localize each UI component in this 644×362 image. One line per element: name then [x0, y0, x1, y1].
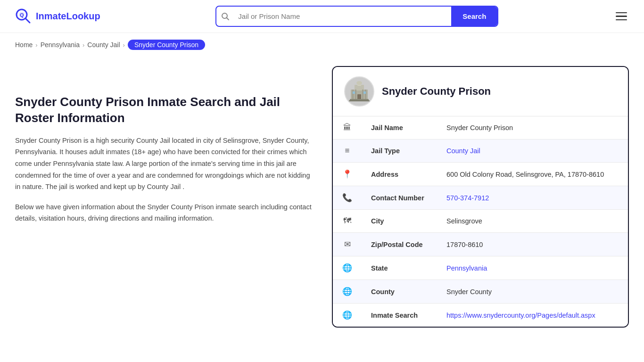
- table-value-4: Selinsgrove: [437, 210, 628, 233]
- table-row: ✉Zip/Postal Code17870-8610: [333, 233, 628, 256]
- chevron-icon-2: ›: [83, 41, 84, 49]
- breadcrumb-category[interactable]: County Jail: [87, 41, 120, 49]
- table-label-0: Jail Name: [362, 116, 437, 140]
- table-link-1[interactable]: County Jail: [446, 147, 480, 155]
- svg-text:Q: Q: [20, 12, 24, 18]
- svg-rect-17: [349, 100, 370, 101]
- table-label-3: Contact Number: [362, 186, 437, 210]
- page-title: Snyder County Prison Inmate Search and J…: [15, 94, 317, 126]
- menu-line-1: [616, 12, 627, 14]
- svg-rect-11: [365, 90, 366, 100]
- table-value-1[interactable]: County Jail: [437, 140, 628, 163]
- table-label-8: Inmate Search: [362, 304, 437, 327]
- type-icon: ≡: [333, 140, 362, 163]
- svg-rect-10: [355, 90, 356, 100]
- card-header: Snyder County Prison: [333, 67, 628, 116]
- search-globe-icon: 🌐: [333, 304, 362, 327]
- table-row: ≡Jail TypeCounty Jail: [333, 140, 628, 163]
- globe-icon: 🌐: [333, 256, 362, 280]
- address-icon: 📍: [333, 163, 362, 186]
- table-label-6: State: [362, 256, 437, 280]
- table-label-2: Address: [362, 163, 437, 186]
- table-value-8[interactable]: https://www.snydercounty.org/Pages/defau…: [437, 304, 628, 327]
- table-value-7: Snyder County: [437, 280, 628, 304]
- table-row: 🌐StatePennsylvania: [333, 256, 628, 280]
- search-icon: [216, 12, 234, 21]
- table-row: 📍Address600 Old Colony Road, Selinsgrove…: [333, 163, 628, 186]
- county-icon: 🌐: [333, 280, 362, 304]
- table-label-5: Zip/Postal Code: [362, 233, 437, 256]
- chevron-icon-1: ›: [35, 41, 37, 49]
- breadcrumb: Home › Pennsylvania › County Jail › Snyd…: [0, 33, 644, 57]
- hamburger-menu-button[interactable]: [614, 10, 629, 23]
- table-link-3[interactable]: 570-374-7912: [446, 194, 489, 202]
- table-value-0: Snyder County Prison: [437, 116, 628, 140]
- svg-rect-16: [350, 99, 369, 100]
- table-value-2: 600 Old Colony Road, Selinsgrove, PA, 17…: [437, 163, 628, 186]
- table-label-4: City: [362, 210, 437, 233]
- table-row: 🌐Inmate Searchhttps://www.snydercounty.o…: [333, 304, 628, 327]
- table-label-7: County: [362, 280, 437, 304]
- logo[interactable]: Q InmateLookup: [15, 8, 100, 25]
- logo-icon: Q: [15, 8, 32, 25]
- table-link-6[interactable]: Pennsylvania: [446, 264, 487, 272]
- table-label-1: Jail Type: [362, 140, 437, 163]
- search-button[interactable]: Search: [451, 7, 497, 26]
- search-wrapper: Search: [215, 6, 498, 27]
- table-value-5: 17870-8610: [437, 233, 628, 256]
- svg-rect-14: [353, 91, 355, 94]
- svg-rect-12: [362, 90, 363, 100]
- svg-line-5: [227, 17, 229, 20]
- table-row: 🏛Jail NameSnyder County Prison: [333, 116, 628, 140]
- breadcrumb-current: Snyder County Prison: [128, 40, 205, 50]
- search-area: Search: [215, 6, 498, 27]
- svg-point-18: [356, 81, 362, 85]
- main-content: Snyder County Prison Inmate Search and J…: [0, 57, 644, 346]
- info-table: 🏛Jail NameSnyder County Prison≡Jail Type…: [333, 116, 628, 327]
- table-row: 🗺CitySelinsgrove: [333, 210, 628, 233]
- info-card: Snyder County Prison 🏛Jail NameSnyder Co…: [332, 66, 629, 328]
- table-value-6[interactable]: Pennsylvania: [437, 256, 628, 280]
- search-input[interactable]: [234, 8, 451, 25]
- table-link-8[interactable]: https://www.snydercounty.org/Pages/defau…: [446, 312, 595, 319]
- breadcrumb-home[interactable]: Home: [15, 41, 33, 49]
- table-value-3[interactable]: 570-374-7912: [437, 186, 628, 210]
- chevron-icon-3: ›: [123, 41, 125, 49]
- menu-line-2: [616, 16, 627, 17]
- svg-line-2: [25, 18, 30, 23]
- table-row: 📞Contact Number570-374-7912: [333, 186, 628, 210]
- svg-rect-9: [352, 90, 354, 100]
- logo-text: InmateLookup: [36, 11, 100, 22]
- header: Q InmateLookup Search: [0, 0, 644, 33]
- prison-avatar: [344, 76, 374, 107]
- breadcrumb-state[interactable]: Pennsylvania: [41, 41, 80, 49]
- zip-icon: ✉: [333, 233, 362, 256]
- menu-line-3: [616, 19, 627, 21]
- card-title: Snyder County Prison: [382, 85, 491, 98]
- left-column: Snyder County Prison Inmate Search and J…: [15, 66, 317, 328]
- page-description-1: Snyder County Prison is a high security …: [15, 135, 317, 193]
- page-description-2: Below we have given information about th…: [15, 201, 317, 224]
- table-row: 🌐CountySnyder County: [333, 280, 628, 304]
- jail-icon: 🏛: [333, 116, 362, 140]
- city-icon: 🗺: [333, 210, 362, 233]
- svg-rect-15: [363, 91, 366, 94]
- phone-icon: 📞: [333, 186, 362, 210]
